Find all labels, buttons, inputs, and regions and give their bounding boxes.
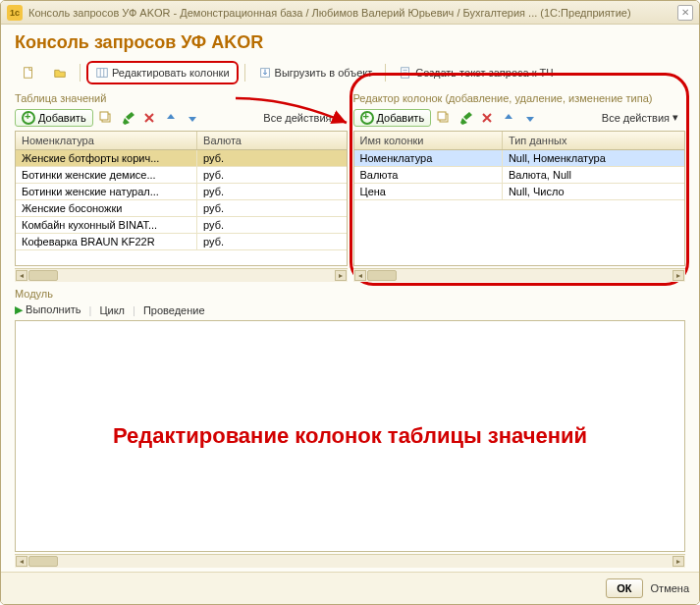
plus-icon (360, 111, 374, 125)
run-button[interactable]: ▶ Выполнить (15, 303, 81, 316)
move-up-icon[interactable] (500, 109, 517, 127)
column-header[interactable]: Валюта (197, 132, 346, 149)
run-label: Выполнить (26, 303, 81, 315)
all-actions-button[interactable]: Все действия ▾ (256, 108, 347, 127)
code-editor[interactable]: Редактирование колонок таблицы значений (15, 320, 685, 552)
copy-icon[interactable] (435, 109, 453, 127)
svg-rect-11 (438, 112, 446, 120)
cancel-button[interactable]: Отмена (651, 582, 689, 594)
open-icon[interactable] (46, 63, 74, 82)
app-logo-icon: 1c (7, 5, 23, 21)
scrollbar[interactable]: ◂▸ (353, 268, 686, 282)
values-table-label: Таблица значений (15, 92, 348, 104)
values-table: Номенклатура Валюта Женские ботфорты кор… (15, 131, 348, 266)
table-row[interactable]: Женские босоножки руб. (16, 200, 347, 217)
move-up-icon[interactable] (162, 109, 180, 127)
loop-button[interactable]: Цикл (99, 304, 125, 316)
table-row[interactable]: Комбайн кухонный BINAT... руб. (16, 217, 347, 234)
posting-button[interactable]: Проведение (143, 304, 205, 316)
add-label: Добавить (38, 112, 86, 124)
separator (80, 64, 81, 82)
page-title: Консоль запросов УФ AKOR (15, 32, 685, 53)
edit-icon[interactable] (457, 109, 474, 127)
table-row[interactable]: Номенклатура Null, Номенклатура (354, 150, 685, 167)
column-header[interactable]: Тип данных (503, 132, 684, 149)
add-label: Добавить (377, 112, 425, 124)
column-editor-pane: Редактор колонок (добавление, удаление, … (353, 90, 686, 282)
annotation-text: Редактирование колонок таблицы значений (113, 423, 587, 449)
scrollbar[interactable]: ◂▸ (15, 268, 348, 282)
move-down-icon[interactable] (521, 109, 539, 127)
delete-icon[interactable] (478, 109, 496, 127)
separator (385, 64, 386, 82)
svg-rect-1 (97, 69, 108, 78)
add-button[interactable]: Добавить (353, 109, 432, 127)
export-object-label: Выгрузить в объект (275, 67, 373, 79)
scrollbar[interactable]: ◂▸ (15, 554, 685, 568)
all-actions-label: Все действия (263, 112, 331, 124)
svg-rect-0 (25, 68, 32, 79)
table-row[interactable]: Ботинки женские демисе... руб. (16, 167, 347, 184)
all-actions-label: Все действия (602, 112, 670, 124)
move-down-icon[interactable] (184, 109, 201, 127)
delete-icon[interactable] (140, 109, 158, 127)
all-actions-button[interactable]: Все действия ▾ (595, 108, 685, 127)
chevron-down-icon: ▾ (335, 111, 341, 124)
values-table-pane: Таблица значений Добавить Все действия ▾ (15, 90, 348, 282)
column-header[interactable]: Номенклатура (16, 132, 197, 149)
table-row[interactable]: Кофеварка BRAUN KF22R руб. (16, 234, 347, 250)
column-header[interactable]: Имя колонки (354, 132, 503, 149)
add-button[interactable]: Добавить (15, 109, 93, 127)
create-query-text-label: Создать текст запроса к ТЧ (415, 67, 553, 79)
main-toolbar: Редактировать колонки Выгрузить в объект… (15, 61, 685, 84)
edit-icon[interactable] (119, 109, 136, 127)
column-editor-table: Имя колонки Тип данных Номенклатура Null… (353, 131, 686, 266)
new-icon[interactable] (15, 63, 42, 82)
table-row[interactable]: Ботинки женские натурал... руб. (16, 184, 347, 200)
window-title: Консоль запросов УФ AKOR - Демонстрацион… (28, 7, 677, 19)
table-row[interactable]: Женские ботфорты корич... руб. (16, 150, 347, 167)
ok-button[interactable]: ОК (606, 578, 642, 598)
copy-icon[interactable] (97, 109, 115, 127)
separator (244, 64, 245, 82)
table-row[interactable]: Цена Null, Число (354, 184, 685, 200)
create-query-text-button[interactable]: Создать текст запроса к ТЧ (392, 63, 560, 82)
plus-icon (22, 111, 35, 125)
table-row[interactable]: Валюта Валюта, Null (354, 167, 685, 184)
export-object-button[interactable]: Выгрузить в объект (251, 63, 380, 82)
svg-rect-9 (100, 112, 108, 120)
column-editor-label: Редактор колонок (добавление, удаление, … (353, 92, 686, 104)
module-section-label: Модуль (15, 288, 685, 300)
edit-columns-button[interactable]: Редактировать колонки (86, 61, 239, 84)
chevron-down-icon: ▾ (673, 111, 678, 124)
edit-columns-label: Редактировать колонки (112, 67, 230, 79)
play-icon: ▶ (15, 303, 26, 315)
close-icon[interactable]: ✕ (677, 5, 693, 21)
